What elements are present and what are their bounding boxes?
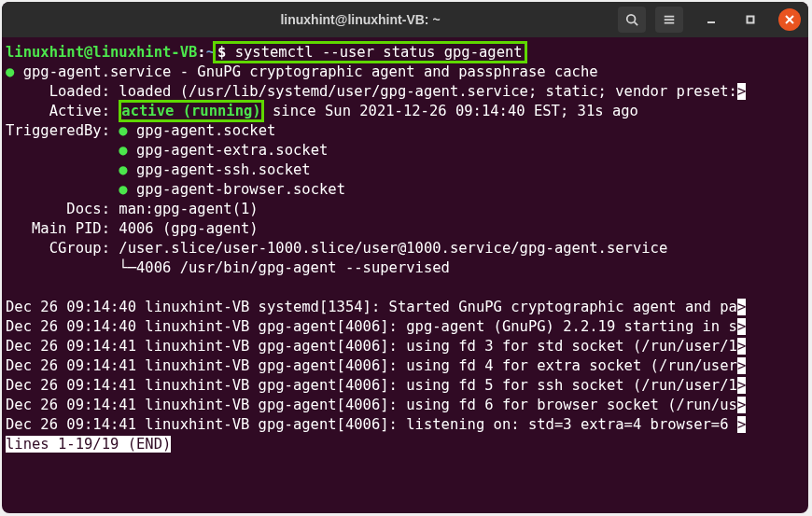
trigger-dot-icon: ● xyxy=(119,161,127,178)
minimize-button[interactable] xyxy=(700,8,722,31)
cgroup-value: /user.slice/user-1000.slice/user@1000.se… xyxy=(119,240,667,257)
svg-rect-6 xyxy=(748,17,754,23)
cgroup-label: CGroup: xyxy=(6,240,119,257)
prompt-user-host: linuxhint@linuxhint-VB xyxy=(6,44,197,61)
service-description: gpg-agent.service - GnuPG cryptographic … xyxy=(14,63,597,80)
pager-status: lines 1-19/19 (END) xyxy=(6,436,171,453)
log-line: Dec 26 09:14:41 linuxhint-VB gpg-agent[4… xyxy=(6,397,737,413)
trigger-socket: gpg-agent-browser.socket xyxy=(136,181,345,198)
truncation-arrow: > xyxy=(737,416,746,433)
active-state: active (running) xyxy=(121,103,260,119)
loaded-value: loaded (/usr/lib/systemd/user/gpg-agent.… xyxy=(119,83,737,100)
terminal-window: linuxhint@linuxhint-VB: ~ linuxhint@linu… xyxy=(2,2,808,513)
search-button[interactable] xyxy=(618,7,646,33)
maximize-icon xyxy=(746,15,755,24)
loaded-label: Loaded: xyxy=(6,83,119,100)
trigger-dot-icon: ● xyxy=(119,181,127,198)
search-icon xyxy=(625,13,638,26)
hamburger-icon xyxy=(663,13,676,26)
main-pid-label: Main PID: xyxy=(6,220,119,237)
log-line: Dec 26 09:14:41 linuxhint-VB gpg-agent[4… xyxy=(6,357,737,374)
log-line: Dec 26 09:14:40 linuxhint-VB systemd[135… xyxy=(6,299,737,315)
prompt-symbol: $ xyxy=(217,44,235,61)
maximize-button[interactable] xyxy=(739,8,762,31)
docs-value: man:gpg-agent(1) xyxy=(119,201,258,217)
log-line: Dec 26 09:14:41 linuxhint-VB gpg-agent[4… xyxy=(6,377,737,394)
truncation-arrow: > xyxy=(737,318,746,335)
truncation-arrow: > xyxy=(737,377,746,394)
svg-point-0 xyxy=(627,15,636,23)
status-dot-icon: ● xyxy=(6,63,14,80)
main-pid-value: 4006 (gpg-agent) xyxy=(119,220,258,237)
docs-label: Docs: xyxy=(6,201,119,217)
menu-button[interactable] xyxy=(655,7,683,33)
command-highlight-box: $ systemctl --user status gpg-agent xyxy=(213,41,527,63)
truncation-arrow: > xyxy=(737,397,746,413)
prompt-colon: : xyxy=(197,44,205,61)
active-since: since Sun 2021-12-26 09:14:40 EST; 31s a… xyxy=(264,103,638,119)
truncation-arrow: > xyxy=(737,338,746,355)
minimize-icon xyxy=(707,15,716,24)
trigger-socket: gpg-agent-extra.socket xyxy=(136,142,328,159)
truncation-arrow: > xyxy=(737,83,746,100)
command-text: systemctl --user status gpg-agent xyxy=(235,44,523,61)
trigger-dot-icon: ● xyxy=(119,122,127,139)
log-line: Dec 26 09:14:41 linuxhint-VB gpg-agent[4… xyxy=(6,338,737,355)
svg-line-1 xyxy=(635,22,638,26)
truncation-arrow: > xyxy=(737,357,746,374)
trigger-dot-icon: ● xyxy=(119,142,127,159)
close-button[interactable] xyxy=(778,8,801,31)
log-line: Dec 26 09:14:40 linuxhint-VB gpg-agent[4… xyxy=(6,318,737,335)
close-icon xyxy=(785,15,794,24)
window-title: linuxhint@linuxhint-VB: ~ xyxy=(103,12,618,27)
cgroup-tree: └─4006 /usr/bin/gpg-agent --supervised xyxy=(6,258,805,278)
active-label: Active: xyxy=(6,103,119,119)
truncation-arrow: > xyxy=(737,299,746,315)
titlebar: linuxhint@linuxhint-VB: ~ xyxy=(2,2,808,37)
active-highlight-box: active (running) xyxy=(119,100,263,122)
trigger-socket: gpg-agent.socket xyxy=(136,122,275,139)
triggeredby-label: TriggeredBy: xyxy=(6,122,119,139)
trigger-socket: gpg-agent-ssh.socket xyxy=(136,161,311,178)
terminal-output[interactable]: linuxhint@linuxhint-VB:~$ systemctl --us… xyxy=(2,37,808,513)
log-line: Dec 26 09:14:41 linuxhint-VB gpg-agent[4… xyxy=(6,416,737,433)
